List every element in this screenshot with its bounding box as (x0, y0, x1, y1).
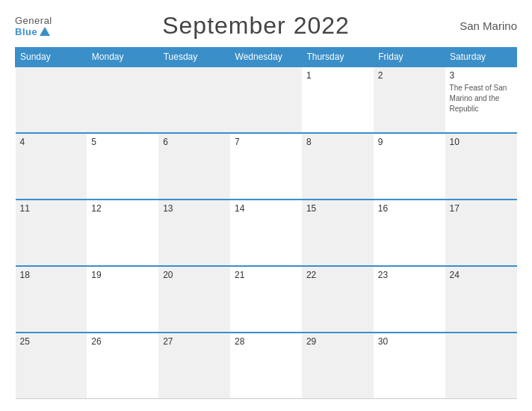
day-number: 17 (450, 203, 513, 214)
day-number: 19 (91, 270, 154, 280)
weekday-header-row: SundayMondayTuesdayWednesdayThursdayFrid… (16, 48, 517, 67)
calendar-day-cell (87, 67, 158, 133)
day-number: 5 (91, 137, 154, 147)
day-number: 18 (20, 270, 83, 280)
calendar-day-cell: 27 (158, 333, 230, 399)
calendar-day-cell: 11 (16, 200, 87, 266)
day-number: 12 (91, 203, 154, 214)
calendar-day-cell: 20 (158, 266, 230, 333)
calendar-week-row: 252627282930 (16, 333, 517, 399)
calendar-day-cell: 19 (87, 266, 158, 333)
calendar-day-cell: 22 (302, 266, 374, 333)
day-number: 26 (91, 336, 154, 347)
weekday-header-cell: Thursday (302, 48, 374, 67)
calendar-header: General Blue September 2022 San Marino (15, 12, 517, 40)
day-number: 8 (306, 137, 369, 147)
calendar-day-cell: 1 (302, 67, 374, 133)
day-number: 20 (163, 270, 226, 280)
weekday-header-cell: Wednesday (230, 48, 302, 67)
calendar-thead: SundayMondayTuesdayWednesdayThursdayFrid… (16, 48, 517, 67)
day-number: 28 (235, 336, 297, 347)
logo: General Blue (15, 15, 52, 37)
day-number: 24 (450, 270, 513, 280)
day-number: 14 (235, 203, 297, 214)
calendar-table: SundayMondayTuesdayWednesdayThursdayFrid… (15, 47, 517, 399)
calendar-tbody: 123The Feast of San Marino and the Repub… (16, 67, 517, 399)
calendar-wrapper: General Blue September 2022 San Marino S… (0, 0, 532, 411)
day-number: 29 (306, 336, 369, 347)
calendar-day-cell: 30 (374, 333, 445, 399)
weekday-header-cell: Tuesday (158, 48, 230, 67)
day-number: 6 (163, 137, 226, 147)
day-number: 2 (378, 70, 441, 81)
calendar-day-cell: 18 (16, 266, 87, 333)
day-number: 11 (20, 203, 83, 214)
calendar-day-cell: 10 (445, 133, 517, 200)
calendar-day-cell: 29 (302, 333, 374, 399)
day-number: 16 (378, 203, 441, 214)
calendar-day-cell: 8 (302, 133, 374, 200)
logo-blue-text: Blue (15, 26, 50, 37)
day-number: 4 (20, 137, 83, 147)
calendar-day-cell (230, 67, 302, 133)
calendar-week-row: 11121314151617 (16, 200, 517, 266)
day-number: 30 (378, 336, 441, 347)
calendar-day-cell: 9 (374, 133, 445, 200)
calendar-day-cell: 2 (374, 67, 445, 133)
calendar-week-row: 123The Feast of San Marino and the Repub… (16, 67, 517, 133)
day-number: 25 (20, 336, 83, 347)
calendar-day-cell: 26 (87, 333, 158, 399)
day-number: 7 (235, 137, 297, 147)
day-number: 15 (306, 203, 369, 214)
calendar-day-cell: 21 (230, 266, 302, 333)
day-number: 3 (450, 70, 513, 81)
calendar-day-cell (158, 67, 230, 133)
calendar-day-cell: 15 (302, 200, 374, 266)
calendar-day-cell (16, 67, 87, 133)
day-number: 27 (163, 336, 226, 347)
logo-general-text: General (15, 15, 52, 26)
calendar-day-cell: 4 (16, 133, 87, 200)
country-name: San Marino (460, 19, 517, 32)
day-number: 23 (378, 270, 441, 280)
weekday-header-cell: Friday (374, 48, 445, 67)
weekday-header-cell: Sunday (16, 48, 87, 67)
calendar-day-cell (445, 333, 517, 399)
calendar-day-cell: 13 (158, 200, 230, 266)
calendar-week-row: 45678910 (16, 133, 517, 200)
calendar-day-cell: 12 (87, 200, 158, 266)
day-event: The Feast of San Marino and the Republic (450, 84, 507, 113)
calendar-day-cell: 24 (445, 266, 517, 333)
calendar-day-cell: 16 (374, 200, 445, 266)
calendar-day-cell: 28 (230, 333, 302, 399)
day-number: 9 (378, 137, 441, 147)
calendar-day-cell: 25 (16, 333, 87, 399)
day-number: 22 (306, 270, 369, 280)
calendar-day-cell: 14 (230, 200, 302, 266)
calendar-day-cell: 7 (230, 133, 302, 200)
day-number: 1 (306, 70, 369, 81)
calendar-day-cell: 23 (374, 266, 445, 333)
calendar-day-cell: 6 (158, 133, 230, 200)
day-number: 21 (235, 270, 297, 280)
calendar-week-row: 18192021222324 (16, 266, 517, 333)
month-title: September 2022 (162, 12, 350, 40)
weekday-header-cell: Monday (87, 48, 158, 67)
weekday-header-cell: Saturday (445, 48, 517, 67)
calendar-day-cell: 3The Feast of San Marino and the Republi… (445, 67, 517, 133)
day-number: 13 (163, 203, 226, 214)
day-number: 10 (450, 137, 513, 147)
logo-triangle-icon (40, 27, 50, 36)
calendar-day-cell: 17 (445, 200, 517, 266)
calendar-day-cell: 5 (87, 133, 158, 200)
